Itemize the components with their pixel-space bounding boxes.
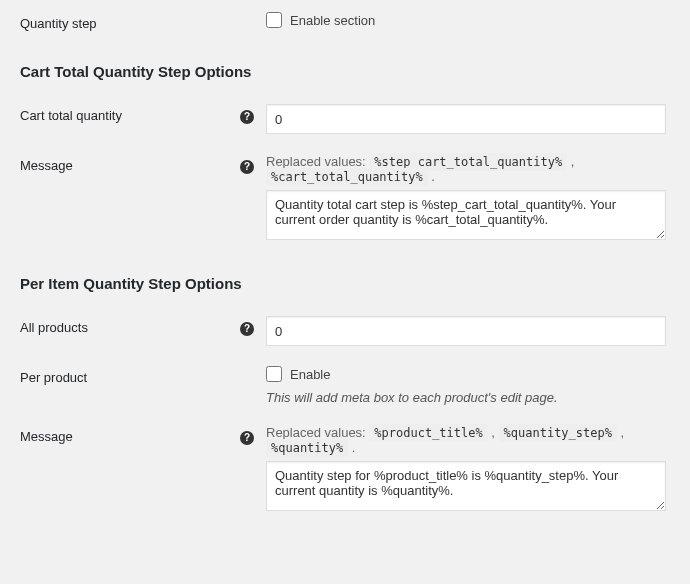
all-products-label: All products	[20, 316, 240, 335]
cart-total-quantity-label: Cart total quantity	[20, 104, 240, 123]
cart-message-label: Message	[20, 154, 240, 173]
cart-message-hint: Replaced values: %step_cart_total_quanti…	[266, 154, 670, 184]
enable-section-checkbox[interactable]	[266, 12, 282, 28]
cart-total-section-heading: Cart Total Quantity Step Options	[20, 63, 670, 80]
per-product-enable-wrap[interactable]: Enable	[266, 366, 670, 382]
enable-section-wrap[interactable]: Enable section	[266, 12, 670, 28]
token-cart-total-quantity: %cart_total_quantity%	[266, 168, 428, 186]
token-product-title: %product_title%	[369, 424, 487, 442]
enable-section-label: Enable section	[290, 13, 375, 28]
item-message-hint: Replaced values: %product_title% , %quan…	[266, 425, 670, 455]
item-message-label: Message	[20, 425, 240, 444]
help-icon[interactable]: ?	[240, 160, 254, 174]
help-icon[interactable]: ?	[240, 322, 254, 336]
per-product-label: Per product	[20, 366, 240, 385]
cart-message-textarea[interactable]: Quantity total cart step is %step_cart_t…	[266, 190, 666, 240]
token-quantity: %quantity%	[266, 439, 348, 457]
cart-total-quantity-input[interactable]	[266, 104, 666, 134]
item-message-textarea[interactable]: Quantity step for %product_title% is %qu…	[266, 461, 666, 511]
per-product-desc: This will add meta box to each product's…	[266, 390, 670, 405]
quantity-step-label: Quantity step	[20, 12, 240, 31]
per-product-enable-checkbox[interactable]	[266, 366, 282, 382]
token-quantity-step: %quantity_step%	[499, 424, 617, 442]
per-item-section-heading: Per Item Quantity Step Options	[20, 275, 670, 292]
per-product-enable-label: Enable	[290, 367, 330, 382]
help-icon[interactable]: ?	[240, 431, 254, 445]
all-products-input[interactable]	[266, 316, 666, 346]
help-icon[interactable]: ?	[240, 110, 254, 124]
